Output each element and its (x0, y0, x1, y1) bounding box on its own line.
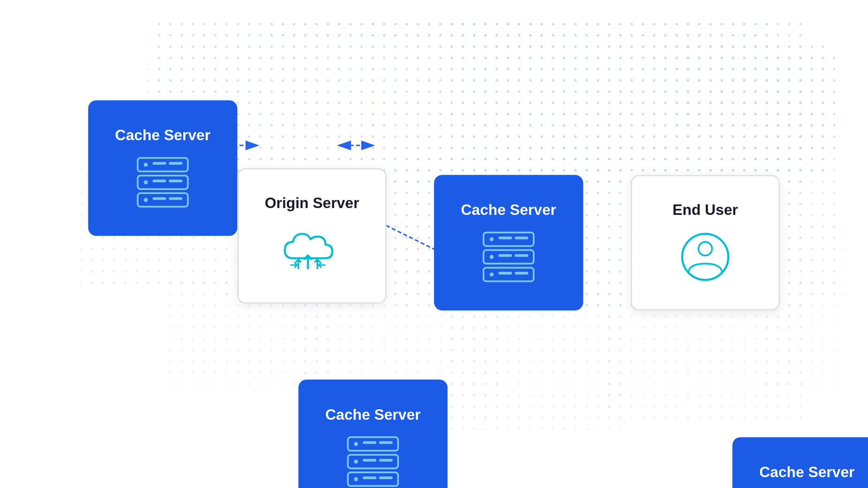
svg-rect-47 (498, 254, 512, 257)
svg-point-54 (698, 242, 712, 255)
cache-server-3-icon (342, 435, 403, 488)
origin-server-icon (278, 223, 346, 277)
svg-rect-19 (804, 221, 852, 301)
svg-rect-7 (764, 52, 844, 153)
cache-server-node-4: Cache Server (733, 437, 868, 488)
svg-point-29 (144, 180, 148, 184)
cache-server-4-label: Cache Server (759, 463, 854, 481)
cache-server-1-label: Cache Server (115, 127, 210, 145)
origin-server-node: Origin Server (237, 168, 387, 304)
svg-rect-58 (379, 441, 393, 444)
svg-point-42 (489, 237, 493, 241)
svg-rect-30 (153, 180, 166, 182)
end-user-node: End User (631, 175, 780, 310)
end-user-icon (675, 230, 736, 284)
cache-server-1-icon (132, 155, 193, 209)
svg-point-33 (144, 198, 148, 202)
diagram-container: Cache Server (center) bidirectional dash… (0, 0, 868, 488)
cache-server-node-1: Cache Server (88, 100, 237, 236)
svg-rect-51 (498, 272, 512, 275)
cache-server-2-icon (478, 230, 539, 284)
origin-server-label: Origin Server (265, 194, 359, 212)
svg-point-25 (144, 163, 148, 167)
svg-rect-26 (153, 162, 166, 165)
cache-server-3-label: Cache Server (325, 406, 420, 424)
svg-rect-61 (363, 459, 377, 461)
svg-rect-62 (379, 459, 393, 461)
svg-point-56 (354, 442, 358, 446)
svg-rect-48 (515, 254, 528, 257)
svg-rect-35 (169, 197, 182, 200)
svg-point-64 (354, 477, 358, 481)
svg-rect-57 (363, 441, 377, 444)
svg-rect-34 (153, 197, 166, 200)
cache-server-2-label: Cache Server (461, 201, 556, 219)
cache-server-node-3: Cache Server (299, 380, 448, 488)
svg-rect-27 (169, 162, 182, 165)
svg-point-46 (489, 255, 493, 259)
cache-server-node-2: Cache Server (434, 175, 583, 310)
svg-point-60 (354, 459, 358, 463)
svg-rect-43 (498, 237, 512, 239)
svg-rect-65 (363, 476, 377, 479)
svg-rect-31 (169, 180, 182, 182)
end-user-label: End User (672, 201, 738, 219)
svg-rect-52 (515, 272, 528, 275)
svg-rect-44 (515, 237, 528, 239)
svg-point-50 (489, 272, 493, 276)
svg-rect-66 (379, 476, 393, 479)
